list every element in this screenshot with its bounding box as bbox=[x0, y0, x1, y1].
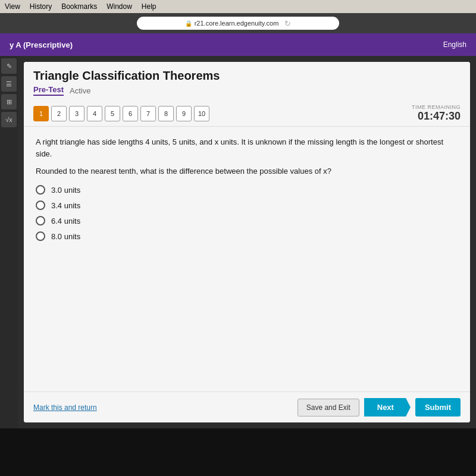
refresh-icon[interactable]: ↻ bbox=[284, 19, 291, 28]
question-btn-2[interactable]: 2 bbox=[51, 106, 67, 121]
question-btn-4[interactable]: 4 bbox=[87, 106, 102, 121]
mark-return-link[interactable]: Mark this and return bbox=[33, 403, 97, 412]
answer-options: 3.0 units 3.4 units 6.4 units 8.0 units bbox=[36, 185, 458, 241]
answer-option-1[interactable]: 3.4 units bbox=[36, 201, 458, 210]
tool-pencil[interactable]: ✎ bbox=[1, 58, 17, 74]
footer-buttons: Save and Exit Next Submit bbox=[298, 398, 461, 416]
question-prompt: Rounded to the nearest tenth, what is th… bbox=[36, 167, 458, 176]
tool-math[interactable]: √x bbox=[1, 112, 17, 127]
option-label-3: 8.0 units bbox=[51, 232, 80, 241]
menu-history[interactable]: History bbox=[30, 2, 52, 11]
quiz-container: Triangle Classification Theorems Pre-Tes… bbox=[24, 62, 470, 422]
option-label-1: 3.4 units bbox=[51, 201, 80, 210]
question-btn-6[interactable]: 6 bbox=[123, 106, 138, 121]
lock-icon: 🔒 bbox=[185, 20, 192, 27]
question-btn-7[interactable]: 7 bbox=[140, 106, 156, 121]
radio-2[interactable] bbox=[36, 216, 45, 226]
next-button[interactable]: Next bbox=[364, 398, 411, 416]
pretest-label: Pre-Test bbox=[33, 85, 64, 96]
radio-0[interactable] bbox=[36, 185, 45, 195]
question-btn-8[interactable]: 8 bbox=[158, 106, 174, 121]
sidebar: ✎ ☰ ⊞ √x bbox=[0, 56, 18, 428]
quiz-footer: Mark this and return Save and Exit Next … bbox=[24, 392, 470, 422]
question-content: A right triangle has side lengths 4 unit… bbox=[24, 127, 470, 392]
menu-view[interactable]: View bbox=[5, 2, 20, 11]
option-label-0: 3.0 units bbox=[51, 186, 80, 195]
question-btn-10[interactable]: 10 bbox=[194, 106, 209, 121]
answer-option-2[interactable]: 6.4 units bbox=[36, 216, 458, 226]
radio-1[interactable] bbox=[36, 201, 45, 210]
menu-help[interactable]: Help bbox=[142, 2, 156, 11]
browser-chrome: 🔒 r21.core.learn.edgenuity.com ↻ bbox=[0, 13, 476, 33]
save-exit-button[interactable]: Save and Exit bbox=[298, 399, 359, 416]
timer-value: 01:47:30 bbox=[412, 110, 461, 123]
app-header: y A (Prescriptive) English bbox=[0, 33, 476, 56]
option-label-2: 6.4 units bbox=[51, 217, 80, 226]
menu-window[interactable]: Window bbox=[107, 2, 132, 11]
quiz-header: Triangle Classification Theorems Pre-Tes… bbox=[24, 62, 470, 101]
tool-menu[interactable]: ☰ bbox=[1, 76, 17, 92]
language-selector[interactable]: English bbox=[443, 40, 466, 49]
address-bar[interactable]: 🔒 r21.core.learn.edgenuity.com ↻ bbox=[137, 17, 339, 30]
bottom-bezel bbox=[0, 428, 476, 476]
question-btn-5[interactable]: 5 bbox=[105, 106, 120, 121]
question-nav: 1 2 3 4 5 6 7 8 9 10 TIME REMAINING 01:4… bbox=[24, 101, 470, 127]
radio-3[interactable] bbox=[36, 231, 45, 241]
submit-button[interactable]: Submit bbox=[415, 398, 461, 416]
question-btn-3[interactable]: 3 bbox=[69, 106, 84, 121]
content-panel: Triangle Classification Theorems Pre-Tes… bbox=[18, 56, 476, 428]
question-btn-1[interactable]: 1 bbox=[33, 106, 49, 121]
active-label: Active bbox=[70, 86, 90, 95]
quiz-title: Triangle Classification Theorems bbox=[33, 69, 461, 83]
timer-area: TIME REMAINING 01:47:30 bbox=[412, 104, 461, 123]
app-title: y A (Prescriptive) bbox=[10, 40, 73, 49]
question-text: A right triangle has side lengths 4 unit… bbox=[36, 136, 458, 159]
question-btn-9[interactable]: 9 bbox=[176, 106, 192, 121]
quiz-subtitle: Pre-Test Active bbox=[33, 85, 461, 96]
timer-label: TIME REMAINING bbox=[412, 104, 461, 110]
menu-bookmarks[interactable]: Bookmarks bbox=[61, 2, 97, 11]
tool-grid[interactable]: ⊞ bbox=[1, 94, 17, 109]
answer-option-3[interactable]: 8.0 units bbox=[36, 231, 458, 241]
url-text: r21.core.learn.edgenuity.com bbox=[195, 20, 279, 27]
answer-option-0[interactable]: 3.0 units bbox=[36, 185, 458, 195]
main-content: ✎ ☰ ⊞ √x Triangle Classification Theorem… bbox=[0, 56, 476, 428]
os-menubar: View History Bookmarks Window Help bbox=[0, 0, 476, 13]
